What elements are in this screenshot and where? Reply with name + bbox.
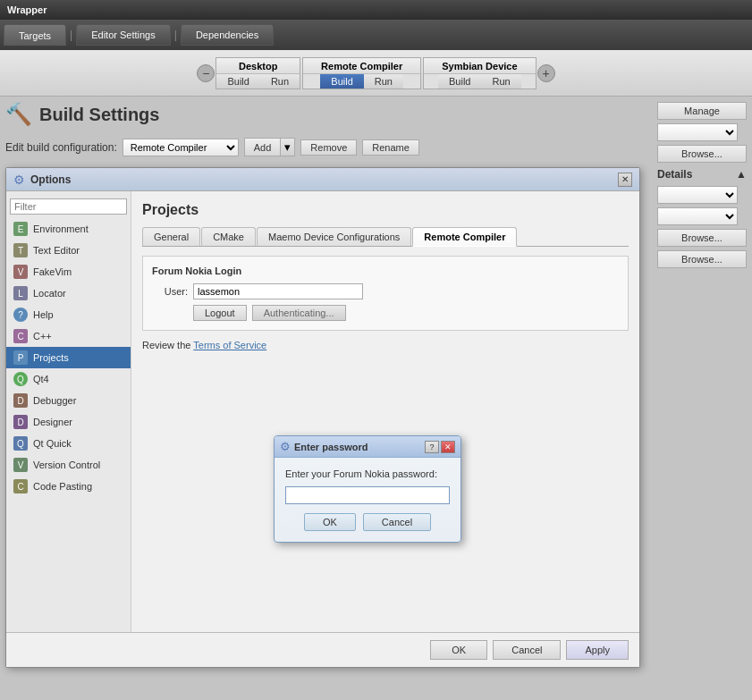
login-buttons: Logout Authenticating... xyxy=(152,305,619,321)
cpp-icon: C xyxy=(13,329,28,343)
right-select-1[interactable] xyxy=(657,123,738,141)
apply-btn[interactable]: Apply xyxy=(566,640,629,660)
options-title-icon: ⚙ xyxy=(13,173,25,187)
nokia-login-title: Forum Nokia Login xyxy=(152,266,619,276)
target-symbian-actions: Build Run xyxy=(438,74,521,89)
text-editor-icon: T xyxy=(13,243,28,257)
desktop-run-btn[interactable]: Run xyxy=(260,74,300,89)
options-close-btn[interactable]: ✕ xyxy=(618,173,632,187)
sidebar-item-help[interactable]: ? Help xyxy=(6,304,131,325)
pwd-input[interactable] xyxy=(285,486,450,504)
sidebar-item-code-pasting[interactable]: C Code Pasting xyxy=(6,476,131,497)
sidebar-item-debugger[interactable]: D Debugger xyxy=(6,390,131,411)
sidebar-item-cpp[interactable]: C C++ xyxy=(6,325,131,347)
projects-icon: P xyxy=(13,350,28,365)
right-select-2[interactable] xyxy=(657,186,738,204)
pwd-title-left: ⚙ Enter password xyxy=(280,440,368,453)
target-desktop: Desktop Build Run xyxy=(215,57,300,89)
sidebar-item-environment[interactable]: E Environment xyxy=(6,218,131,240)
help-icon: ? xyxy=(13,308,28,322)
authenticating-btn[interactable]: Authenticating... xyxy=(252,305,346,321)
pwd-title-text: Enter password xyxy=(294,442,368,452)
sidebar-label-debugger: Debugger xyxy=(33,395,76,406)
build-config-select[interactable]: Remote Compiler xyxy=(123,139,239,156)
add-config-arrow-btn[interactable]: ▾ xyxy=(281,138,295,156)
details-label: Details xyxy=(657,168,692,181)
build-config-select-group: Remote Compiler xyxy=(123,139,239,156)
designer-icon: D xyxy=(13,415,28,429)
right-select-3[interactable] xyxy=(657,207,738,225)
tos-link[interactable]: Terms of Service xyxy=(193,340,266,350)
pwd-cancel-btn[interactable]: Cancel xyxy=(363,513,431,531)
remote-run-btn[interactable]: Run xyxy=(364,74,403,89)
add-target-button[interactable]: + xyxy=(537,64,555,82)
target-remote-compiler-actions: Build Run xyxy=(320,74,403,89)
sidebar-item-qt4[interactable]: Q Qt4 xyxy=(6,368,131,390)
sidebar-item-fakevim[interactable]: V FakeVim xyxy=(6,261,131,283)
browse-btn-3[interactable]: Browse... xyxy=(657,250,747,268)
targets-bar: − Desktop Build Run Remote Compiler Buil… xyxy=(0,50,752,97)
sidebar-item-text-editor[interactable]: T Text Editor xyxy=(6,240,131,261)
add-config-btn[interactable]: Add xyxy=(244,138,282,156)
pwd-help-btn[interactable]: ? xyxy=(425,441,439,453)
fakevim-icon: V xyxy=(13,265,28,279)
tab-general[interactable]: General xyxy=(142,227,200,246)
pwd-ok-btn[interactable]: OK xyxy=(304,513,356,531)
rename-config-btn[interactable]: Rename xyxy=(362,139,419,156)
tab-remote-compiler[interactable]: Remote Compiler xyxy=(412,227,517,247)
manage-btn[interactable]: Manage xyxy=(657,102,747,120)
user-input[interactable] xyxy=(193,283,363,299)
right-panel: Manage Browse... Details ▲ Browse... Bro… xyxy=(657,102,747,695)
symbian-run-btn[interactable]: Run xyxy=(482,74,521,89)
content-tabs: General CMake Maemo Device Configuration… xyxy=(142,227,629,247)
logout-btn[interactable]: Logout xyxy=(193,305,247,321)
options-title-bar: ⚙ Options ✕ xyxy=(6,168,639,191)
sidebar-label-text-editor: Text Editor xyxy=(33,245,80,256)
sidebar-item-designer[interactable]: D Designer xyxy=(6,411,131,433)
remove-config-btn[interactable]: Remove xyxy=(300,139,357,156)
browse-btn-1[interactable]: Browse... xyxy=(657,145,747,163)
sidebar-label-help: Help xyxy=(33,309,54,320)
sidebar-label-version-control: Version Control xyxy=(33,460,100,470)
target-symbian: Symbian Device Build Run xyxy=(423,57,536,89)
sidebar-label-environment: Environment xyxy=(33,223,89,234)
left-main: 🔨 Build Settings Edit build configuratio… xyxy=(5,102,652,695)
symbian-build-btn[interactable]: Build xyxy=(438,74,481,89)
pwd-title-bar: ⚙ Enter password ? ✕ xyxy=(275,436,460,458)
cancel-btn[interactable]: Cancel xyxy=(493,640,561,660)
pwd-close-btn[interactable]: ✕ xyxy=(441,441,455,453)
user-form-row: User: xyxy=(152,283,619,299)
app-wrapper: Wrapper Targets | Editor Settings | Depe… xyxy=(0,0,752,700)
target-remote-compiler: Remote Compiler Build Run xyxy=(302,57,421,89)
remove-target-button[interactable]: − xyxy=(197,64,215,82)
environment-icon: E xyxy=(13,222,28,236)
ok-btn[interactable]: OK xyxy=(430,640,487,660)
sidebar-item-projects[interactable]: P Projects xyxy=(6,347,131,368)
tos-row: Review the Terms of Service xyxy=(142,340,629,350)
qt4-icon: Q xyxy=(13,372,28,386)
tab-cmake[interactable]: CMake xyxy=(201,227,256,246)
sidebar-label-code-pasting: Code Pasting xyxy=(33,481,92,492)
sidebar-item-locator[interactable]: L Locator xyxy=(6,283,131,304)
filter-input[interactable] xyxy=(10,198,127,215)
build-settings-header: 🔨 Build Settings xyxy=(5,102,652,127)
top-nav: Targets | Editor Settings | Dependencies xyxy=(0,20,752,50)
desktop-build-btn[interactable]: Build xyxy=(216,74,259,89)
nav-tab-dependencies[interactable]: Dependencies xyxy=(181,24,274,46)
version-control-icon: V xyxy=(13,458,28,472)
filter-box xyxy=(6,195,131,218)
nav-tab-targets[interactable]: Targets xyxy=(4,24,66,46)
debugger-icon: D xyxy=(13,393,28,408)
sidebar-item-qt-quick[interactable]: Q Qt Quick xyxy=(6,433,131,454)
sidebar-item-version-control[interactable]: V Version Control xyxy=(6,454,131,476)
password-dialog: ⚙ Enter password ? ✕ Enter your xyxy=(274,435,461,543)
tab-maemo[interactable]: Maemo Device Configurations xyxy=(257,227,411,246)
remote-build-btn[interactable]: Build xyxy=(320,74,363,89)
target-remote-compiler-name: Remote Compiler xyxy=(303,58,420,74)
browse-btn-2[interactable]: Browse... xyxy=(657,229,747,247)
sidebar-label-qt-quick: Qt Quick xyxy=(33,438,72,449)
nav-tab-editor-settings[interactable]: Editor Settings xyxy=(76,24,171,46)
sidebar-label-cpp: C++ xyxy=(33,331,52,342)
title-bar: Wrapper xyxy=(0,0,752,20)
tos-prefix: Review the xyxy=(142,340,193,350)
